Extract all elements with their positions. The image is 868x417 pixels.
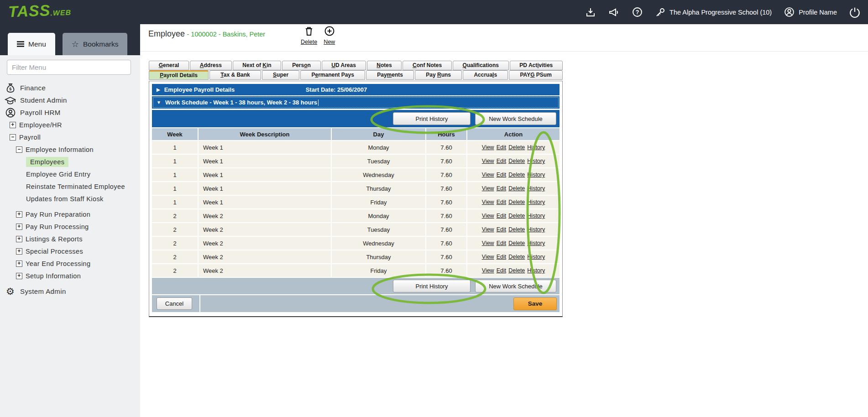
sidebar-item-special-processes[interactable]: +Special Processes [0, 245, 140, 257]
delete-link[interactable]: Delete [508, 254, 525, 260]
tab-general[interactable]: General [149, 61, 189, 70]
edit-link[interactable]: Edit [497, 144, 507, 151]
delete-link[interactable]: Delete [508, 240, 525, 246]
sidebar-item-finance[interactable]: $Finance [0, 82, 140, 94]
expand-plus-icon[interactable]: + [16, 273, 22, 279]
tab-address[interactable]: Address [190, 61, 231, 70]
tab-pay-runs[interactable]: Pay Runs [415, 70, 462, 80]
delete-link[interactable]: Delete [508, 185, 525, 192]
profile-menu[interactable]: Profile Name [784, 6, 837, 18]
school-selector[interactable]: The Alpha Progressive School (10) [655, 7, 772, 18]
new-work-schedule-button-top[interactable]: New Work Schedule [475, 112, 556, 125]
print-history-button-bottom[interactable]: Print History [393, 280, 471, 292]
tab-bookmarks[interactable]: ☆ Bookmarks [63, 33, 128, 55]
download-icon[interactable] [585, 7, 596, 18]
collapse-minus-icon[interactable]: − [16, 146, 22, 153]
expand-plus-icon[interactable]: + [16, 224, 22, 230]
delete-button[interactable]: Delete [301, 26, 317, 45]
sidebar-item-listings-reports[interactable]: +Listings & Reports [0, 233, 140, 245]
tab-super[interactable]: Super [262, 70, 299, 80]
power-icon[interactable] [849, 6, 861, 18]
history-link[interactable]: History [527, 144, 545, 151]
tab-tax-bank[interactable]: Tax & Bank [209, 70, 261, 80]
edit-link[interactable]: Edit [497, 240, 507, 246]
print-history-button-top[interactable]: Print History [393, 112, 471, 125]
sidebar-item-year-end-processing[interactable]: +Year End Processing [0, 257, 140, 270]
sidebar-item-employee-information[interactable]: −Employee Information [0, 143, 140, 156]
tab-permanent-pays[interactable]: Permanent Pays [300, 70, 365, 80]
view-link[interactable]: View [482, 158, 494, 164]
edit-link[interactable]: Edit [497, 267, 507, 274]
view-link[interactable]: View [482, 199, 494, 205]
sidebar-item-system-admin[interactable]: ⚙System Admin [0, 285, 140, 297]
tab-payments[interactable]: Payments [366, 70, 414, 80]
edit-link[interactable]: Edit [497, 185, 507, 192]
work-schedule-header[interactable]: ▼ Work Schedule - Week 1 - 38 hours, Wee… [152, 96, 559, 109]
sidebar-item-payroll[interactable]: −Payroll [0, 131, 140, 143]
history-link[interactable]: History [527, 226, 545, 233]
edit-link[interactable]: Edit [497, 172, 507, 178]
edit-link[interactable]: Edit [497, 226, 507, 233]
delete-link[interactable]: Delete [508, 226, 525, 233]
view-link[interactable]: View [482, 267, 494, 274]
edit-link[interactable]: Edit [497, 199, 507, 205]
view-link[interactable]: View [482, 144, 494, 151]
tab-payroll-details[interactable]: Payroll Details [149, 70, 209, 80]
tab-menu[interactable]: Menu [8, 33, 55, 55]
view-link[interactable]: View [482, 254, 494, 260]
history-link[interactable]: History [527, 199, 545, 205]
new-work-schedule-button-bottom[interactable]: New Work Schedule [475, 280, 556, 292]
sidebar-item-pay-run-processing[interactable]: +Pay Run Processing [0, 220, 140, 233]
sidebar-item-reinstate-terminated-employee[interactable]: Reinstate Terminated Employee [0, 180, 140, 193]
help-icon[interactable]: ? [632, 6, 643, 18]
sidebar-item-employees[interactable]: Employees [0, 156, 140, 168]
tab-pd-activities[interactable]: PD Activities [510, 61, 563, 70]
tab-conf-notes[interactable]: Conf Notes [403, 61, 451, 70]
tab-notes[interactable]: Notes [367, 61, 402, 70]
edit-link[interactable]: Edit [497, 158, 507, 164]
delete-link[interactable]: Delete [508, 267, 525, 274]
expand-plus-icon[interactable]: + [10, 122, 16, 128]
filter-menu-input[interactable] [7, 60, 131, 75]
sidebar-item-updates-from-staff-kiosk[interactable]: Updates from Staff Kiosk [0, 193, 140, 205]
tab-payg-psum[interactable]: PAYG PSum [509, 70, 563, 80]
history-link[interactable]: History [527, 240, 545, 246]
sidebar-item-payroll-hrm[interactable]: Payroll HRM [0, 106, 140, 119]
expand-plus-icon[interactable]: + [16, 248, 22, 255]
expand-plus-icon[interactable]: + [16, 236, 22, 242]
sidebar-item-student-admin[interactable]: Student Admin [0, 94, 140, 106]
employee-payroll-details-header[interactable]: ▶ Employee Payroll Details Start Date: 2… [152, 84, 559, 95]
tab-accruals[interactable]: Accruals [463, 70, 508, 80]
tab-person[interactable]: Person [282, 61, 320, 70]
view-link[interactable]: View [482, 226, 494, 233]
edit-link[interactable]: Edit [497, 254, 507, 260]
history-link[interactable]: History [527, 267, 545, 274]
tab-qualifications[interactable]: Qualifications [453, 61, 509, 70]
history-link[interactable]: History [527, 158, 545, 164]
view-link[interactable]: View [482, 185, 494, 192]
delete-link[interactable]: Delete [508, 213, 525, 219]
tab-next-of-kin[interactable]: Next of Kin [233, 61, 282, 70]
history-link[interactable]: History [527, 254, 545, 260]
delete-link[interactable]: Delete [508, 172, 525, 178]
megaphone-icon[interactable] [608, 7, 620, 18]
expand-plus-icon[interactable]: + [16, 261, 22, 267]
save-button[interactable]: Save [513, 297, 557, 310]
tab-ud-areas[interactable]: UD Areas [322, 61, 366, 70]
history-link[interactable]: History [527, 172, 545, 178]
edit-link[interactable]: Edit [497, 213, 507, 219]
collapse-minus-icon[interactable]: − [10, 134, 16, 141]
history-link[interactable]: History [527, 213, 545, 219]
view-link[interactable]: View [482, 240, 494, 246]
cancel-button[interactable]: Cancel [157, 297, 192, 310]
new-button[interactable]: New [324, 26, 335, 45]
delete-link[interactable]: Delete [508, 158, 525, 164]
history-link[interactable]: History [527, 185, 545, 192]
sidebar-item-employee-hr[interactable]: +Employee/HR [0, 119, 140, 131]
sidebar-item-pay-run-preparation[interactable]: +Pay Run Preparation [0, 208, 140, 220]
view-link[interactable]: View [482, 172, 494, 178]
sidebar-item-setup-information[interactable]: +Setup Information [0, 270, 140, 282]
view-link[interactable]: View [482, 213, 494, 219]
sidebar-item-employee-grid-entry[interactable]: Employee Grid Entry [0, 168, 140, 180]
delete-link[interactable]: Delete [508, 144, 525, 151]
